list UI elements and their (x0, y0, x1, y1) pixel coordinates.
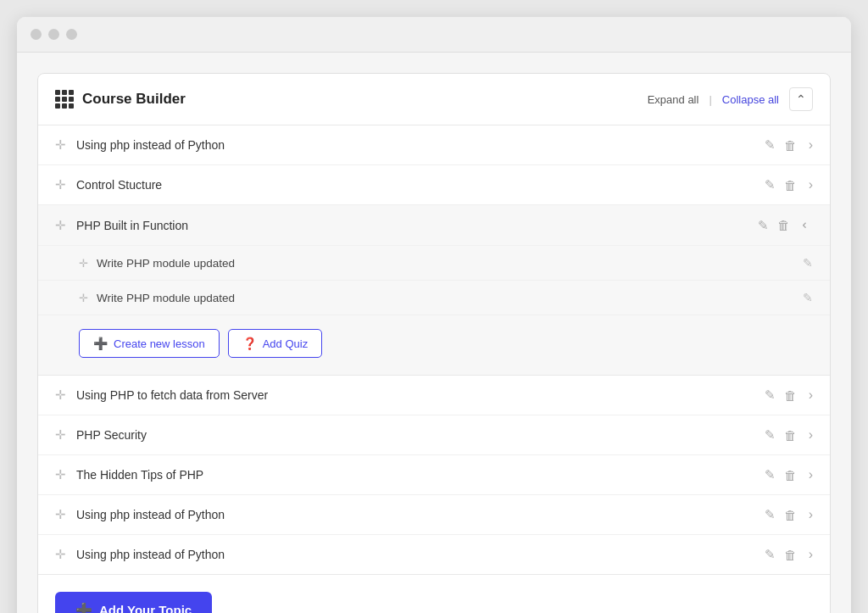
add-quiz-label: Add Quiz (263, 337, 308, 350)
drag-handle-6[interactable]: ✛ (55, 467, 66, 482)
delete-icon-6[interactable]: 🗑 (784, 468, 797, 482)
lesson-name-1: Using php instead of Python (76, 138, 225, 152)
more-lessons-section: ✛ Using PHP to fetch data from Server ✎ … (38, 376, 830, 574)
card-header-left: Course Builder (55, 90, 186, 109)
sub-drag-handle-2[interactable]: ✛ (79, 292, 88, 304)
expand-icon-6[interactable]: › (809, 467, 813, 482)
delete-icon-7[interactable]: 🗑 (784, 508, 797, 522)
content-area: Course Builder Expand all | Collapse all… (17, 53, 851, 613)
expand-icon-8[interactable]: › (809, 547, 813, 562)
edit-icon-3[interactable]: ✎ (758, 218, 769, 233)
sub-drag-handle-1[interactable]: ✛ (79, 257, 88, 270)
add-quiz-icon: ❓ (242, 337, 257, 350)
lesson-item-6: ✛ The Hidden Tips of PHP ✎ 🗑 › (38, 455, 830, 495)
lesson-left-6: ✛ The Hidden Tips of PHP (55, 467, 203, 482)
expand-icon-2[interactable]: › (809, 177, 813, 192)
lesson-name-4: Using PHP to fetch data from Server (76, 388, 268, 402)
edit-icon-8[interactable]: ✎ (765, 547, 776, 562)
create-lesson-button[interactable]: ➕ Create new lesson (79, 329, 220, 358)
sub-lesson-name-2: Write PHP module updated (97, 292, 235, 304)
add-topic-button[interactable]: ➕ Add Your Topic (55, 592, 212, 613)
delete-icon-2[interactable]: 🗑 (784, 178, 797, 192)
expand-all-button[interactable]: Expand all (648, 93, 699, 106)
add-topic-icon: ➕ (75, 602, 92, 613)
drag-handle-4[interactable]: ✛ (55, 387, 66, 403)
drag-handle-5[interactable]: ✛ (55, 427, 66, 443)
edit-icon-2[interactable]: ✎ (765, 177, 776, 192)
course-builder-title: Course Builder (82, 91, 186, 108)
create-lesson-label: Create new lesson (114, 337, 205, 350)
lesson-left-7: ✛ Using php instead of Python (55, 507, 225, 522)
lesson-left-8: ✛ Using php instead of Python (55, 547, 225, 562)
collapse-icon-3[interactable]: ⌄ (799, 220, 815, 231)
lesson-item-2: ✛ Control Stucture ✎ 🗑 › (38, 165, 830, 205)
create-lesson-icon: ➕ (93, 337, 108, 350)
sub-edit-icon-1[interactable]: ✎ (803, 256, 813, 270)
expand-icon-4[interactable]: › (809, 387, 813, 403)
edit-icon-4[interactable]: ✎ (765, 387, 776, 403)
delete-icon-4[interactable]: 🗑 (784, 388, 797, 403)
lesson-name-3: PHP Built in Function (76, 219, 188, 232)
titlebar (17, 17, 851, 53)
lesson-name-2: Control Stucture (76, 178, 162, 192)
add-topic-section: ➕ Add Your Topic (38, 574, 830, 613)
collapse-all-button[interactable]: Collapse all (722, 93, 779, 106)
lesson-name-5: PHP Security (76, 428, 147, 442)
sub-edit-icon-2[interactable]: ✎ (803, 291, 813, 304)
lesson-left-3: ✛ PHP Built in Function (55, 218, 188, 233)
expand-icon-7[interactable]: › (809, 507, 813, 522)
sub-lesson-left-2: ✛ Write PHP module updated (79, 292, 235, 304)
lesson-actions-5: ✎ 🗑 › (765, 427, 813, 443)
delete-icon-8[interactable]: 🗑 (784, 548, 797, 562)
drag-handle-8[interactable]: ✛ (55, 547, 66, 562)
edit-icon-1[interactable]: ✎ (765, 137, 776, 153)
drag-handle-7[interactable]: ✛ (55, 507, 66, 522)
lesson-actions-7: ✎ 🗑 › (765, 507, 813, 522)
grid-icon (55, 90, 74, 109)
delete-icon-5[interactable]: 🗑 (784, 428, 797, 443)
lesson-left-5: ✛ PHP Security (55, 427, 147, 443)
lesson-actions-3: ✎ 🗑 ⌄ (758, 217, 813, 233)
drag-handle-2[interactable]: ✛ (55, 177, 66, 192)
lesson-left-2: ✛ Control Stucture (55, 177, 162, 192)
lesson-actions-8: ✎ 🗑 › (765, 547, 813, 562)
drag-handle-1[interactable]: ✛ (55, 137, 66, 153)
edit-icon-5[interactable]: ✎ (765, 427, 776, 443)
sub-lesson-left-1: ✛ Write PHP module updated (79, 257, 235, 270)
lesson-actions-6: ✎ 🗑 › (765, 467, 813, 482)
traffic-light-3 (66, 29, 77, 40)
edit-icon-7[interactable]: ✎ (765, 507, 776, 522)
lesson-item-8: ✛ Using php instead of Python ✎ 🗑 › (38, 535, 830, 574)
lesson-item-7: ✛ Using php instead of Python ✎ 🗑 › (38, 495, 830, 535)
expand-icon-5[interactable]: › (809, 427, 813, 443)
lesson-name-7: Using php instead of Python (76, 508, 225, 521)
card-header-right: Expand all | Collapse all ⌃ (648, 87, 813, 111)
lesson-actions-4: ✎ 🗑 › (765, 387, 813, 403)
actions-bar: ➕ Create new lesson ❓ Add Quiz (38, 315, 830, 375)
lesson-actions-1: ✎ 🗑 › (765, 137, 813, 153)
delete-icon-1[interactable]: 🗑 (784, 138, 797, 153)
lesson-left-4: ✛ Using PHP to fetch data from Server (55, 387, 268, 403)
sub-lesson-name-1: Write PHP module updated (97, 257, 235, 270)
collapse-chevron-button[interactable]: ⌃ (789, 87, 813, 111)
main-window: Course Builder Expand all | Collapse all… (17, 17, 851, 613)
drag-handle-3[interactable]: ✛ (55, 218, 66, 233)
traffic-light-1 (31, 29, 42, 40)
lesson-actions-2: ✎ 🗑 › (765, 177, 813, 192)
card-header: Course Builder Expand all | Collapse all… (38, 74, 830, 125)
course-builder-card: Course Builder Expand all | Collapse all… (37, 73, 831, 613)
lesson-left-1: ✛ Using php instead of Python (55, 137, 225, 153)
expanded-section: ✛ Write PHP module updated ✎ ✛ Write PHP… (38, 246, 830, 376)
delete-icon-3[interactable]: 🗑 (777, 218, 790, 232)
sub-lesson-item-1: ✛ Write PHP module updated ✎ (38, 246, 830, 281)
lesson-item-3: ✛ PHP Built in Function ✎ 🗑 ⌄ (38, 205, 830, 246)
traffic-light-2 (48, 29, 59, 40)
edit-icon-6[interactable]: ✎ (765, 467, 776, 482)
lesson-item-5: ✛ PHP Security ✎ 🗑 › (38, 415, 830, 455)
add-quiz-button[interactable]: ❓ Add Quiz (228, 329, 322, 358)
lesson-item-1: ✛ Using php instead of Python ✎ 🗑 › (38, 125, 830, 165)
lesson-name-8: Using php instead of Python (76, 548, 225, 561)
add-topic-label: Add Your Topic (99, 603, 192, 613)
expand-icon-1[interactable]: › (809, 137, 813, 153)
lesson-name-6: The Hidden Tips of PHP (76, 468, 203, 482)
